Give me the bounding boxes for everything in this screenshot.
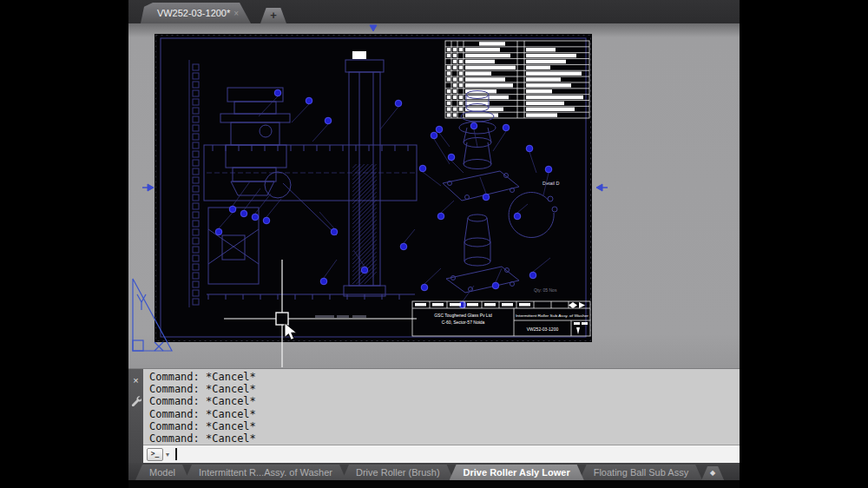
faint-filename-text — [315, 315, 366, 318]
cad-application-window: VW252-03-1200*× + — [128, 0, 740, 488]
command-line: Command: *Cancel* — [149, 408, 740, 420]
layout-tab-bar: Model Intermittent R...Assy. of Washer D… — [128, 463, 740, 480]
chevron-down-icon[interactable]: ▾ — [166, 451, 169, 458]
command-line: Command: *Cancel* — [149, 383, 740, 395]
command-line: Command: *Cancel* — [149, 371, 740, 383]
company-address: C-60, Sector-57 Noida — [442, 320, 485, 325]
wrench-icon[interactable] — [130, 394, 141, 410]
tab-floating-ball-sub-assy[interactable]: Floating Ball Sub Assy — [580, 465, 702, 480]
company-name: GSC Toughened Glass Pv Ltd — [434, 313, 492, 318]
file-tab-close-icon[interactable]: × — [233, 9, 239, 18]
screen: VW252-03-1200*× + — [0, 0, 868, 488]
command-window-grab-bar[interactable]: × — [128, 369, 143, 463]
command-line: Command: *Cancel* — [149, 395, 740, 407]
text-cursor — [175, 448, 177, 460]
bottom-strip — [128, 480, 740, 488]
file-tab-bar: VW252-03-1200*× + — [128, 0, 740, 23]
command-line: Command: *Cancel* — [149, 420, 740, 432]
command-window-main: Command: *Cancel* Command: *Cancel* Comm… — [143, 369, 740, 463]
tab-drive-roller-asly-lower[interactable]: Drive Roller Asly Lower — [450, 465, 584, 480]
detail-d-label: Detail D — [542, 181, 560, 186]
qty-note: Qty: 05 Nos — [534, 287, 557, 293]
command-input-row[interactable]: >_ ▾ — [143, 445, 740, 463]
drawing-canvas-svg: Detail D Qty: 05 Nos — [128, 23, 740, 368]
drawing-title: Intermittent Roller Sub Assy. of Washer — [516, 313, 589, 318]
close-icon[interactable]: × — [133, 376, 138, 386]
new-tab-button[interactable]: + — [260, 8, 286, 23]
command-window: × Command: *Cancel* Command: *Cancel* Co… — [128, 368, 740, 463]
tab-model[interactable]: Model — [135, 465, 189, 480]
drawing-number: VW252-03-1200 — [527, 326, 559, 332]
tab-overflow-icon[interactable]: ◆ — [701, 466, 724, 480]
command-history[interactable]: Command: *Cancel* Command: *Cancel* Comm… — [143, 369, 740, 445]
file-tab-active[interactable]: VW252-03-1200*× — [141, 3, 255, 23]
command-prompt-icon[interactable]: >_ — [147, 448, 163, 461]
tab-drive-roller-brush[interactable]: Drive Roller (Brush) — [342, 465, 454, 480]
command-line: Command: *Cancel* — [149, 432, 740, 445]
file-tab-label: VW252-03-1200* — [157, 8, 230, 18]
tab-intermittent-roller[interactable]: Intermittent R...Assy. of Washer — [185, 465, 346, 480]
drawing-viewport[interactable]: Detail D Qty: 05 Nos — [128, 23, 740, 368]
